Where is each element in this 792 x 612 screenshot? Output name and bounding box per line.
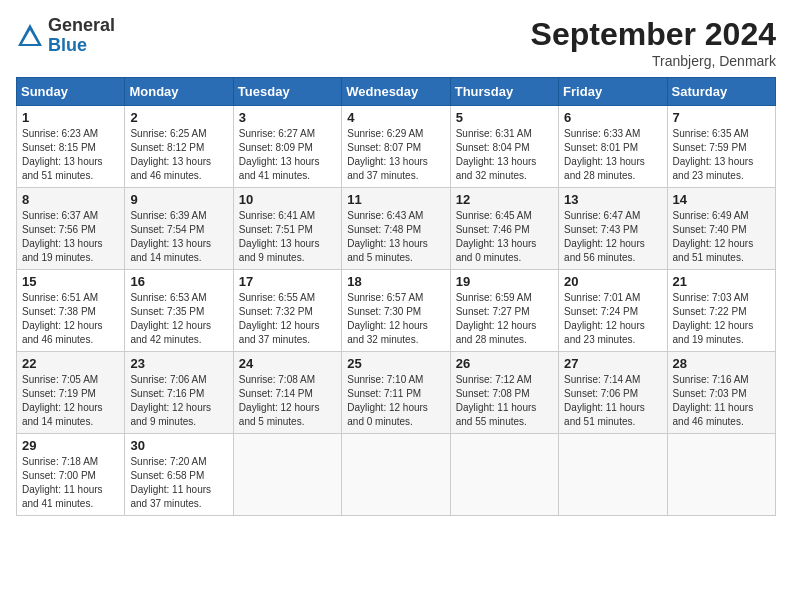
calendar-cell: 14Sunrise: 6:49 AM Sunset: 7:40 PM Dayli… [667,188,775,270]
calendar-cell: 28Sunrise: 7:16 AM Sunset: 7:03 PM Dayli… [667,352,775,434]
calendar-cell: 2Sunrise: 6:25 AM Sunset: 8:12 PM Daylig… [125,106,233,188]
calendar-cell: 22Sunrise: 7:05 AM Sunset: 7:19 PM Dayli… [17,352,125,434]
logo-icon [16,22,44,50]
day-number: 4 [347,110,444,125]
day-number: 15 [22,274,119,289]
day-info: Sunrise: 7:05 AM Sunset: 7:19 PM Dayligh… [22,373,119,429]
day-number: 11 [347,192,444,207]
calendar-cell: 24Sunrise: 7:08 AM Sunset: 7:14 PM Dayli… [233,352,341,434]
calendar-cell: 12Sunrise: 6:45 AM Sunset: 7:46 PM Dayli… [450,188,558,270]
calendar-cell [667,434,775,516]
day-info: Sunrise: 6:57 AM Sunset: 7:30 PM Dayligh… [347,291,444,347]
day-number: 28 [673,356,770,371]
day-info: Sunrise: 6:43 AM Sunset: 7:48 PM Dayligh… [347,209,444,265]
day-info: Sunrise: 6:47 AM Sunset: 7:43 PM Dayligh… [564,209,661,265]
calendar-cell [450,434,558,516]
calendar-cell: 29Sunrise: 7:18 AM Sunset: 7:00 PM Dayli… [17,434,125,516]
day-info: Sunrise: 6:51 AM Sunset: 7:38 PM Dayligh… [22,291,119,347]
calendar-cell: 3Sunrise: 6:27 AM Sunset: 8:09 PM Daylig… [233,106,341,188]
day-number: 7 [673,110,770,125]
calendar-cell: 20Sunrise: 7:01 AM Sunset: 7:24 PM Dayli… [559,270,667,352]
calendar-header-saturday: Saturday [667,78,775,106]
month-title: September 2024 [531,16,776,53]
day-info: Sunrise: 6:59 AM Sunset: 7:27 PM Dayligh… [456,291,553,347]
day-number: 6 [564,110,661,125]
calendar-cell: 4Sunrise: 6:29 AM Sunset: 8:07 PM Daylig… [342,106,450,188]
calendar-cell: 10Sunrise: 6:41 AM Sunset: 7:51 PM Dayli… [233,188,341,270]
calendar-cell: 21Sunrise: 7:03 AM Sunset: 7:22 PM Dayli… [667,270,775,352]
day-number: 20 [564,274,661,289]
day-number: 22 [22,356,119,371]
day-number: 18 [347,274,444,289]
day-number: 8 [22,192,119,207]
day-number: 3 [239,110,336,125]
calendar-cell [559,434,667,516]
day-number: 14 [673,192,770,207]
calendar-week-row: 15Sunrise: 6:51 AM Sunset: 7:38 PM Dayli… [17,270,776,352]
title-block: September 2024 Tranbjerg, Denmark [531,16,776,69]
day-info: Sunrise: 7:18 AM Sunset: 7:00 PM Dayligh… [22,455,119,511]
calendar-cell: 30Sunrise: 7:20 AM Sunset: 6:58 PM Dayli… [125,434,233,516]
day-info: Sunrise: 7:14 AM Sunset: 7:06 PM Dayligh… [564,373,661,429]
day-number: 27 [564,356,661,371]
day-number: 26 [456,356,553,371]
calendar-cell: 15Sunrise: 6:51 AM Sunset: 7:38 PM Dayli… [17,270,125,352]
day-number: 24 [239,356,336,371]
day-info: Sunrise: 6:39 AM Sunset: 7:54 PM Dayligh… [130,209,227,265]
day-info: Sunrise: 7:08 AM Sunset: 7:14 PM Dayligh… [239,373,336,429]
day-number: 21 [673,274,770,289]
calendar-header-wednesday: Wednesday [342,78,450,106]
calendar-cell: 7Sunrise: 6:35 AM Sunset: 7:59 PM Daylig… [667,106,775,188]
calendar-header-tuesday: Tuesday [233,78,341,106]
calendar-header-thursday: Thursday [450,78,558,106]
day-number: 13 [564,192,661,207]
day-info: Sunrise: 6:23 AM Sunset: 8:15 PM Dayligh… [22,127,119,183]
day-info: Sunrise: 6:37 AM Sunset: 7:56 PM Dayligh… [22,209,119,265]
day-info: Sunrise: 7:20 AM Sunset: 6:58 PM Dayligh… [130,455,227,511]
calendar-cell: 13Sunrise: 6:47 AM Sunset: 7:43 PM Dayli… [559,188,667,270]
calendar-cell: 5Sunrise: 6:31 AM Sunset: 8:04 PM Daylig… [450,106,558,188]
day-info: Sunrise: 6:25 AM Sunset: 8:12 PM Dayligh… [130,127,227,183]
day-info: Sunrise: 6:35 AM Sunset: 7:59 PM Dayligh… [673,127,770,183]
day-number: 10 [239,192,336,207]
calendar-cell [342,434,450,516]
logo-general: General [48,16,115,36]
calendar-cell: 6Sunrise: 6:33 AM Sunset: 8:01 PM Daylig… [559,106,667,188]
day-info: Sunrise: 7:03 AM Sunset: 7:22 PM Dayligh… [673,291,770,347]
calendar-table: SundayMondayTuesdayWednesdayThursdayFrid… [16,77,776,516]
day-info: Sunrise: 7:16 AM Sunset: 7:03 PM Dayligh… [673,373,770,429]
day-number: 9 [130,192,227,207]
day-number: 5 [456,110,553,125]
day-number: 17 [239,274,336,289]
day-number: 30 [130,438,227,453]
day-info: Sunrise: 6:41 AM Sunset: 7:51 PM Dayligh… [239,209,336,265]
day-number: 1 [22,110,119,125]
calendar-cell: 19Sunrise: 6:59 AM Sunset: 7:27 PM Dayli… [450,270,558,352]
logo: General Blue [16,16,115,56]
day-info: Sunrise: 6:31 AM Sunset: 8:04 PM Dayligh… [456,127,553,183]
calendar-cell: 1Sunrise: 6:23 AM Sunset: 8:15 PM Daylig… [17,106,125,188]
calendar-cell: 18Sunrise: 6:57 AM Sunset: 7:30 PM Dayli… [342,270,450,352]
day-info: Sunrise: 6:27 AM Sunset: 8:09 PM Dayligh… [239,127,336,183]
day-number: 23 [130,356,227,371]
day-info: Sunrise: 6:45 AM Sunset: 7:46 PM Dayligh… [456,209,553,265]
calendar-week-row: 8Sunrise: 6:37 AM Sunset: 7:56 PM Daylig… [17,188,776,270]
calendar-cell: 8Sunrise: 6:37 AM Sunset: 7:56 PM Daylig… [17,188,125,270]
day-info: Sunrise: 7:10 AM Sunset: 7:11 PM Dayligh… [347,373,444,429]
day-number: 12 [456,192,553,207]
calendar-cell: 9Sunrise: 6:39 AM Sunset: 7:54 PM Daylig… [125,188,233,270]
calendar-week-row: 1Sunrise: 6:23 AM Sunset: 8:15 PM Daylig… [17,106,776,188]
logo-blue: Blue [48,36,115,56]
calendar-cell: 11Sunrise: 6:43 AM Sunset: 7:48 PM Dayli… [342,188,450,270]
day-number: 2 [130,110,227,125]
day-number: 19 [456,274,553,289]
day-info: Sunrise: 7:06 AM Sunset: 7:16 PM Dayligh… [130,373,227,429]
calendar-header-monday: Monday [125,78,233,106]
day-info: Sunrise: 6:55 AM Sunset: 7:32 PM Dayligh… [239,291,336,347]
calendar-cell: 27Sunrise: 7:14 AM Sunset: 7:06 PM Dayli… [559,352,667,434]
logo-text: General Blue [48,16,115,56]
calendar-cell: 16Sunrise: 6:53 AM Sunset: 7:35 PM Dayli… [125,270,233,352]
calendar-cell: 17Sunrise: 6:55 AM Sunset: 7:32 PM Dayli… [233,270,341,352]
location: Tranbjerg, Denmark [531,53,776,69]
calendar-header-sunday: Sunday [17,78,125,106]
